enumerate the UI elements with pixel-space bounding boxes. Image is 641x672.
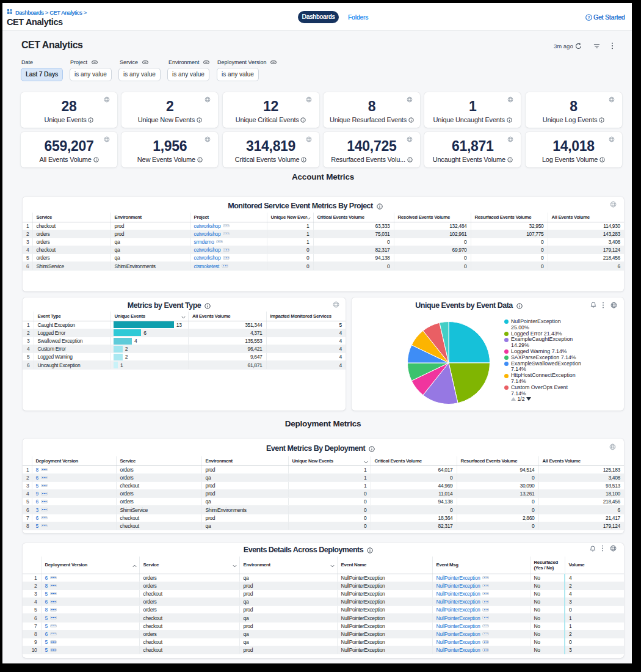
svg-text:?: ? <box>587 15 590 20</box>
